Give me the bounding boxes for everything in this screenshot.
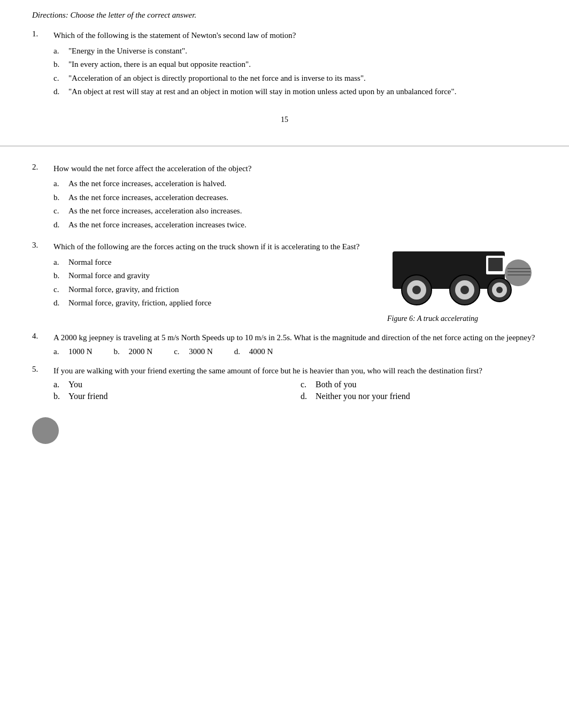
q4-text: A 2000 kg jeepney is traveling at 5 m/s … [53,332,537,344]
q1-option-c: c. "Acceleration of an object is directl… [53,72,537,85]
q3-number: 3. [32,241,53,323]
q3-text-side: Which of the following are the forces ac… [53,241,376,323]
svg-point-15 [496,287,503,293]
q1-option-c-text: "Acceleration of an object is directly p… [68,72,366,85]
q3-option-a-text: Normal force [68,256,111,269]
truck-figure [387,241,537,312]
q5-content: If you are walking with your friend exer… [53,365,537,402]
q5-option-d-text: Neither you nor your friend [316,392,410,401]
q2-content: How would the net force affect the accel… [53,163,537,233]
q3-option-c-letter: c. [53,283,64,296]
q3-text: Which of the following are the forces ac… [53,241,376,253]
q3-container: Which of the following are the forces ac… [53,241,537,323]
q5-option-b: b. Your friend [53,392,290,401]
q4-option-b-letter: b. [114,347,125,356]
q3-image-side: Figure 6: A truck accelerating [387,241,537,323]
q1-option-b: b. "In every action, there is an equal b… [53,58,537,71]
q1-option-d: d. "An object at rest will stay at rest … [53,86,537,98]
q1-content: Which of the following is the statement … [53,29,537,99]
svg-point-9 [412,286,421,294]
q4-option-b-text: 2000 N [129,347,153,356]
q3-option-c-text: Normal force, gravity, and friction [68,283,179,296]
question-1: 1. Which of the following is the stateme… [32,29,537,99]
question-2: 2. How would the net force affect the ac… [32,163,537,233]
q5-option-a: a. You [53,380,290,389]
svg-rect-2 [488,258,503,271]
q1-option-c-letter: c. [53,72,64,85]
q4-option-b: b. 2000 N [114,347,153,356]
q2-text: How would the net force affect the accel… [53,163,537,175]
q2-option-b: b. As the net force increases, accelerat… [53,191,537,204]
q2-option-a: a. As the net force increases, accelerat… [53,178,537,190]
q5-option-b-letter: b. [53,392,64,401]
q5-option-d-letter: d. [301,392,311,401]
q1-option-b-text: "In every action, there is an equal but … [68,58,251,71]
q5-options-right: c. Both of you d. Neither you nor your f… [301,380,537,401]
page: Directions: Choose the letter of the cor… [0,0,569,728]
q3-options: a. Normal force b. Normal force and grav… [53,256,376,309]
q5-text: If you are walking with your friend exer… [53,365,537,377]
q5-number: 5. [32,365,53,402]
q3-option-a-letter: a. [53,256,64,269]
bottom-section: 2. How would the net force affect the ac… [0,147,569,729]
q4-option-c-text: 3000 N [189,347,213,356]
directions-text: Directions: Choose the letter of the cor… [32,11,537,20]
q1-option-b-letter: b. [53,58,64,71]
svg-point-12 [460,286,469,294]
q5-option-c-text: Both of you [316,380,356,389]
q3-option-a: a. Normal force [53,256,376,269]
q1-option-a-letter: a. [53,45,64,57]
q4-option-a-letter: a. [53,347,64,356]
question-4: 4. A 2000 kg jeepney is traveling at 5 m… [32,332,537,356]
q2-option-c-text: As the net force increases, acceleration… [68,205,242,217]
q4-option-d-letter: d. [234,347,245,356]
q3-option-d: d. Normal force, gravity, friction, appl… [53,297,376,309]
question-3: 3. Which of the following are the forces… [32,241,537,323]
q4-option-d: d. 4000 N [234,347,273,356]
q1-number: 1. [32,29,53,99]
q1-option-d-letter: d. [53,86,64,98]
q3-option-d-text: Normal force, gravity, friction, applied… [68,297,211,309]
q1-option-a: a. "Energy in the Universe is constant". [53,45,537,57]
q2-number: 2. [32,163,53,233]
q5-option-c: c. Both of you [301,380,537,389]
q5-option-a-text: You [68,380,82,389]
q4-option-d-text: 4000 N [249,347,273,356]
q5-option-a-letter: a. [53,380,64,389]
q3-option-c: c. Normal force, gravity, and friction [53,283,376,296]
q5-option-b-text: Your friend [68,392,107,401]
figure-caption: Figure 6: A truck accelerating [387,315,537,323]
top-section: Directions: Choose the letter of the cor… [0,0,569,147]
truck-svg [387,241,537,310]
q2-option-a-text: As the net force increases, acceleration… [68,178,226,190]
q3-option-b: b. Normal force and gravity [53,270,376,282]
q1-option-a-text: "Energy in the Universe is constant". [68,45,187,57]
q2-option-c-letter: c. [53,205,64,217]
q2-option-d-letter: d. [53,219,64,231]
q1-options: a. "Energy in the Universe is constant".… [53,45,537,98]
q5-option-c-letter: c. [301,380,311,389]
q1-text: Which of the following is the statement … [53,29,537,42]
q5-two-col-options: a. You b. Your friend c. Both of you [53,380,537,401]
q2-option-d: d. As the net force increases, accelerat… [53,219,537,231]
q2-option-c: c. As the net force increases, accelerat… [53,205,537,217]
q3-content: Which of the following are the forces ac… [53,241,537,323]
q3-option-b-letter: b. [53,270,64,282]
q5-option-d: d. Neither you nor your friend [301,392,537,401]
bottom-avatar-area [32,412,537,444]
q2-option-b-text: As the net force increases, acceleration… [68,191,228,204]
q1-option-d-text: "An object at rest will stay at rest and… [68,86,456,98]
q5-options-left: a. You b. Your friend [53,380,290,401]
q4-content: A 2000 kg jeepney is traveling at 5 m/s … [53,332,537,356]
q4-option-a: a. 1000 N [53,347,93,356]
bottom-avatar-icon [32,417,59,444]
q2-option-d-text: As the net force increases, acceleration… [68,219,247,231]
q4-option-c: c. 3000 N [174,347,213,356]
q2-option-b-letter: b. [53,191,64,204]
q3-option-b-text: Normal force and gravity [68,270,150,282]
q2-option-a-letter: a. [53,178,64,190]
question-5: 5. If you are walking with your friend e… [32,365,537,402]
q4-inline-options: a. 1000 N b. 2000 N c. 3000 N d. 4000 N [53,347,537,356]
page-number: 15 [32,116,537,124]
q4-number: 4. [32,332,53,356]
